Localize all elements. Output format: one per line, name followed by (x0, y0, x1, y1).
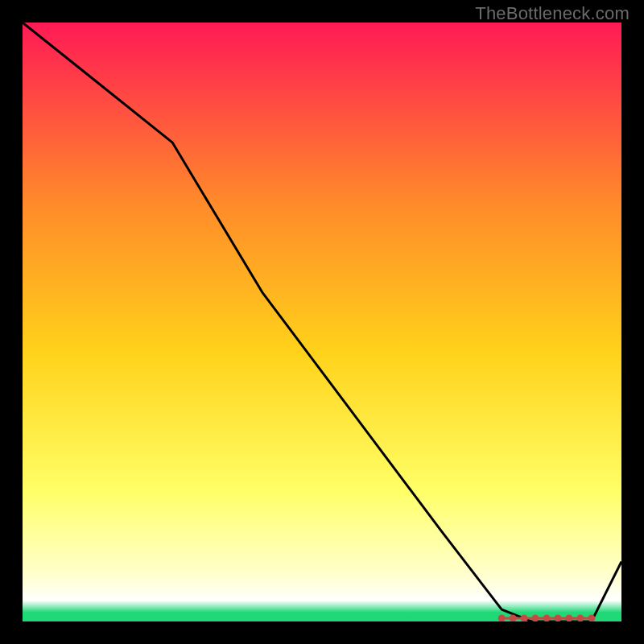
chart-frame: TheBottleneck.com (0, 0, 644, 644)
chart-svg (23, 23, 621, 621)
plot-area (23, 23, 621, 621)
gradient-background (23, 23, 621, 621)
watermark-text: TheBottleneck.com (475, 3, 630, 24)
